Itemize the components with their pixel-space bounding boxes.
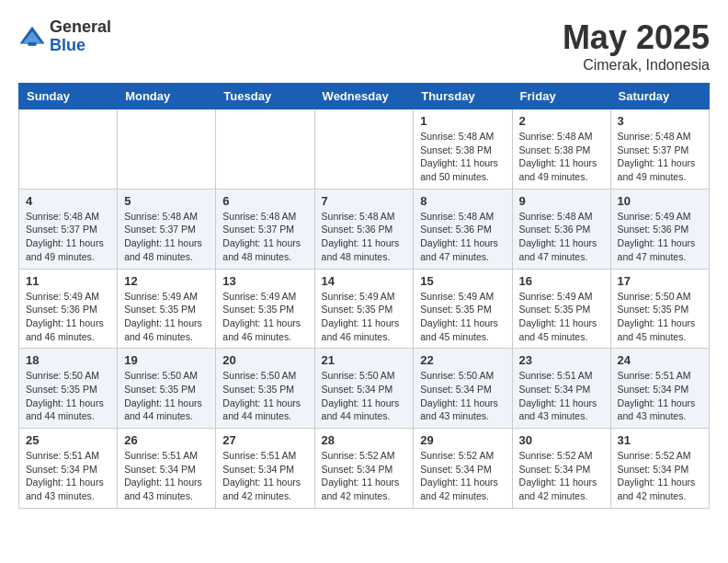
day-info: Sunrise: 5:52 AM Sunset: 5:34 PM Dayligh… xyxy=(420,449,505,503)
day-number: 8 xyxy=(420,194,505,208)
calendar-cell: 23Sunrise: 5:51 AM Sunset: 5:34 PM Dayli… xyxy=(512,349,610,429)
calendar-cell xyxy=(314,109,414,190)
day-number: 7 xyxy=(322,194,407,208)
day-number: 22 xyxy=(420,353,505,367)
calendar-cell: 16Sunrise: 5:49 AM Sunset: 5:35 PM Dayli… xyxy=(512,269,610,349)
calendar-cell: 8Sunrise: 5:48 AM Sunset: 5:36 PM Daylig… xyxy=(414,189,512,269)
day-info: Sunrise: 5:50 AM Sunset: 5:35 PM Dayligh… xyxy=(222,369,307,423)
day-number: 18 xyxy=(26,353,110,367)
calendar-cell: 5Sunrise: 5:48 AM Sunset: 5:37 PM Daylig… xyxy=(118,189,216,269)
day-info: Sunrise: 5:49 AM Sunset: 5:35 PM Dayligh… xyxy=(124,290,209,344)
day-info: Sunrise: 5:49 AM Sunset: 5:35 PM Dayligh… xyxy=(519,290,604,344)
location-title: Cimerak, Indonesia xyxy=(563,57,710,74)
day-number: 16 xyxy=(519,274,604,288)
calendar-cell: 2Sunrise: 5:48 AM Sunset: 5:38 PM Daylig… xyxy=(512,109,610,190)
day-info: Sunrise: 5:49 AM Sunset: 5:35 PM Dayligh… xyxy=(322,290,407,344)
calendar-cell: 4Sunrise: 5:48 AM Sunset: 5:37 PM Daylig… xyxy=(19,189,118,269)
calendar-cell: 24Sunrise: 5:51 AM Sunset: 5:34 PM Dayli… xyxy=(610,349,709,429)
calendar-header-sunday: Sunday xyxy=(19,84,118,109)
calendar-week-row: 18Sunrise: 5:50 AM Sunset: 5:35 PM Dayli… xyxy=(19,349,710,429)
day-info: Sunrise: 5:48 AM Sunset: 5:37 PM Dayligh… xyxy=(618,130,702,184)
calendar-cell: 27Sunrise: 5:51 AM Sunset: 5:34 PM Dayli… xyxy=(216,429,314,509)
day-number: 4 xyxy=(26,194,110,208)
calendar-cell: 25Sunrise: 5:51 AM Sunset: 5:34 PM Dayli… xyxy=(19,429,118,509)
calendar-header-saturday: Saturday xyxy=(610,84,709,109)
day-info: Sunrise: 5:49 AM Sunset: 5:36 PM Dayligh… xyxy=(26,290,110,344)
title-block: May 2025 Cimerak, Indonesia xyxy=(563,18,710,74)
day-number: 23 xyxy=(519,353,604,367)
calendar-cell: 14Sunrise: 5:49 AM Sunset: 5:35 PM Dayli… xyxy=(314,269,414,349)
calendar-cell: 18Sunrise: 5:50 AM Sunset: 5:35 PM Dayli… xyxy=(19,349,118,429)
day-info: Sunrise: 5:51 AM Sunset: 5:34 PM Dayligh… xyxy=(26,449,110,503)
day-info: Sunrise: 5:48 AM Sunset: 5:36 PM Dayligh… xyxy=(420,210,505,264)
logo-text: General Blue xyxy=(50,18,111,55)
day-info: Sunrise: 5:50 AM Sunset: 5:35 PM Dayligh… xyxy=(618,290,702,344)
day-number: 11 xyxy=(26,274,110,288)
day-number: 14 xyxy=(322,274,407,288)
logo-icon xyxy=(18,23,46,51)
day-number: 6 xyxy=(222,194,307,208)
calendar-cell: 9Sunrise: 5:48 AM Sunset: 5:36 PM Daylig… xyxy=(512,189,610,269)
calendar-cell: 6Sunrise: 5:48 AM Sunset: 5:37 PM Daylig… xyxy=(216,189,314,269)
day-info: Sunrise: 5:51 AM Sunset: 5:34 PM Dayligh… xyxy=(618,369,702,423)
day-info: Sunrise: 5:51 AM Sunset: 5:34 PM Dayligh… xyxy=(222,449,307,503)
day-number: 5 xyxy=(124,194,209,208)
calendar-cell: 13Sunrise: 5:49 AM Sunset: 5:35 PM Dayli… xyxy=(216,269,314,349)
calendar-table: SundayMondayTuesdayWednesdayThursdayFrid… xyxy=(18,83,710,509)
day-number: 17 xyxy=(618,274,702,288)
day-info: Sunrise: 5:48 AM Sunset: 5:37 PM Dayligh… xyxy=(26,210,110,264)
day-number: 28 xyxy=(322,433,407,447)
day-number: 15 xyxy=(420,274,505,288)
day-info: Sunrise: 5:48 AM Sunset: 5:37 PM Dayligh… xyxy=(222,210,307,264)
calendar-week-row: 4Sunrise: 5:48 AM Sunset: 5:37 PM Daylig… xyxy=(19,189,710,269)
calendar-header-row: SundayMondayTuesdayWednesdayThursdayFrid… xyxy=(19,84,710,109)
calendar-cell: 19Sunrise: 5:50 AM Sunset: 5:35 PM Dayli… xyxy=(118,349,216,429)
day-number: 27 xyxy=(222,433,307,447)
day-number: 31 xyxy=(618,433,702,447)
day-info: Sunrise: 5:49 AM Sunset: 5:35 PM Dayligh… xyxy=(222,290,307,344)
calendar-cell: 31Sunrise: 5:52 AM Sunset: 5:34 PM Dayli… xyxy=(610,429,709,509)
svg-rect-2 xyxy=(28,42,37,46)
calendar-cell: 21Sunrise: 5:50 AM Sunset: 5:34 PM Dayli… xyxy=(314,349,414,429)
logo-blue-text: Blue xyxy=(50,37,111,55)
day-info: Sunrise: 5:51 AM Sunset: 5:34 PM Dayligh… xyxy=(124,449,209,503)
day-info: Sunrise: 5:48 AM Sunset: 5:38 PM Dayligh… xyxy=(420,130,505,184)
day-number: 20 xyxy=(222,353,307,367)
calendar-cell: 29Sunrise: 5:52 AM Sunset: 5:34 PM Dayli… xyxy=(414,429,512,509)
calendar-cell: 15Sunrise: 5:49 AM Sunset: 5:35 PM Dayli… xyxy=(414,269,512,349)
calendar-cell: 22Sunrise: 5:50 AM Sunset: 5:34 PM Dayli… xyxy=(414,349,512,429)
month-title: May 2025 xyxy=(563,18,710,57)
calendar-cell xyxy=(216,109,314,190)
day-info: Sunrise: 5:50 AM Sunset: 5:34 PM Dayligh… xyxy=(420,369,505,423)
calendar-header-friday: Friday xyxy=(512,84,610,109)
day-info: Sunrise: 5:50 AM Sunset: 5:35 PM Dayligh… xyxy=(26,369,110,423)
calendar-header-monday: Monday xyxy=(118,84,216,109)
calendar-cell: 12Sunrise: 5:49 AM Sunset: 5:35 PM Dayli… xyxy=(118,269,216,349)
calendar-cell: 28Sunrise: 5:52 AM Sunset: 5:34 PM Dayli… xyxy=(314,429,414,509)
day-number: 10 xyxy=(618,194,702,208)
calendar-cell xyxy=(19,109,118,190)
day-number: 30 xyxy=(519,433,604,447)
day-number: 12 xyxy=(124,274,209,288)
calendar-header-thursday: Thursday xyxy=(414,84,512,109)
calendar-week-row: 1Sunrise: 5:48 AM Sunset: 5:38 PM Daylig… xyxy=(19,109,710,190)
calendar-cell: 3Sunrise: 5:48 AM Sunset: 5:37 PM Daylig… xyxy=(610,109,709,190)
calendar-cell: 26Sunrise: 5:51 AM Sunset: 5:34 PM Dayli… xyxy=(118,429,216,509)
calendar-cell xyxy=(118,109,216,190)
day-info: Sunrise: 5:51 AM Sunset: 5:34 PM Dayligh… xyxy=(519,369,604,423)
calendar-cell: 11Sunrise: 5:49 AM Sunset: 5:36 PM Dayli… xyxy=(19,269,118,349)
day-number: 3 xyxy=(618,114,702,128)
day-number: 24 xyxy=(618,353,702,367)
day-number: 9 xyxy=(519,194,604,208)
day-info: Sunrise: 5:52 AM Sunset: 5:34 PM Dayligh… xyxy=(519,449,604,503)
day-number: 13 xyxy=(222,274,307,288)
calendar-week-row: 11Sunrise: 5:49 AM Sunset: 5:36 PM Dayli… xyxy=(19,269,710,349)
day-info: Sunrise: 5:49 AM Sunset: 5:35 PM Dayligh… xyxy=(420,290,505,344)
day-number: 29 xyxy=(420,433,505,447)
calendar-cell: 7Sunrise: 5:48 AM Sunset: 5:36 PM Daylig… xyxy=(314,189,414,269)
day-number: 1 xyxy=(420,114,505,128)
calendar-cell: 1Sunrise: 5:48 AM Sunset: 5:38 PM Daylig… xyxy=(414,109,512,190)
day-number: 25 xyxy=(26,433,110,447)
day-number: 21 xyxy=(322,353,407,367)
day-info: Sunrise: 5:48 AM Sunset: 5:36 PM Dayligh… xyxy=(519,210,604,264)
